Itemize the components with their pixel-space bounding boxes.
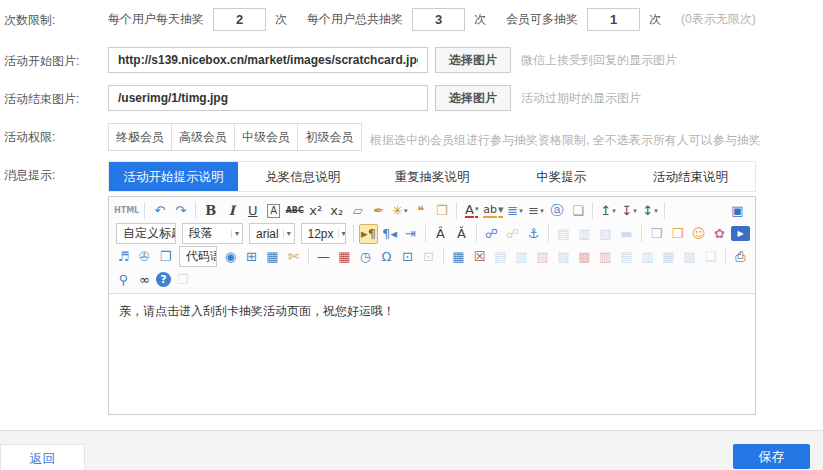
baidu-map-icon[interactable]: ⊡ xyxy=(398,247,417,267)
superscript-icon[interactable]: x² xyxy=(306,201,325,221)
font-family-select[interactable]: arial▾ xyxy=(249,223,295,244)
back-button[interactable]: 返回 xyxy=(0,444,85,470)
tab-activity-start-tip[interactable]: 活动开始提示说明 xyxy=(109,162,238,191)
scrawl-icon[interactable]: ✿ xyxy=(710,224,729,244)
image-align-none-icon[interactable]: ▬ xyxy=(617,224,636,244)
fullscreen-icon[interactable]: ▣ xyxy=(728,201,747,221)
member-option-intermediate[interactable]: 中级会员 xyxy=(235,124,298,150)
insert-col-icon[interactable]: ▨ xyxy=(554,247,573,267)
member-option-junior[interactable]: 初级会员 xyxy=(298,124,361,150)
insert-table-icon[interactable]: ▦ xyxy=(449,247,468,267)
blockquote-icon[interactable]: ❝ xyxy=(411,201,430,221)
redo-icon[interactable]: ↷ xyxy=(171,201,190,221)
save-button[interactable]: 保存 xyxy=(733,444,810,469)
delete-col-icon[interactable]: ▥ xyxy=(596,247,615,267)
start-image-pick-button[interactable]: 选择图片 xyxy=(435,47,511,73)
screenshot-icon[interactable]: ✄ xyxy=(284,247,303,267)
unordered-list-icon[interactable]: ≡▾ xyxy=(526,201,545,221)
insert-image-icon[interactable]: ❒ xyxy=(668,224,687,244)
merge-down-icon[interactable]: ▧ xyxy=(680,247,699,267)
insert-row-icon[interactable]: ▧ xyxy=(533,247,552,267)
font-color-icon[interactable]: A▾ xyxy=(462,201,481,221)
paragraph-select[interactable]: 段落▾ xyxy=(182,223,243,244)
member-extra-draws-input[interactable] xyxy=(587,8,640,31)
auto-typeset-icon[interactable]: ✳▾ xyxy=(390,201,409,221)
start-image-input[interactable] xyxy=(108,47,428,73)
italic-icon[interactable]: I xyxy=(222,201,241,221)
insert-time-icon[interactable]: ◷ xyxy=(356,247,375,267)
emotion-icon[interactable]: ☺ xyxy=(689,224,708,244)
split-cell-rows-icon[interactable]: ▤ xyxy=(617,247,636,267)
subscript-icon[interactable]: x₂ xyxy=(327,201,346,221)
member-option-senior[interactable]: 高级会员 xyxy=(172,124,235,150)
delete-row-icon[interactable]: ▩ xyxy=(575,247,594,267)
remove-format-icon[interactable]: ▱ xyxy=(348,201,367,221)
merge-cells-icon[interactable]: ▥ xyxy=(512,247,531,267)
module-layout-icon[interactable]: ▦ xyxy=(263,247,282,267)
preview-icon[interactable]: ⚲ xyxy=(114,270,133,290)
char-spacing-increase-icon[interactable]: Â xyxy=(431,224,450,244)
image-align-left-icon[interactable]: ▤ xyxy=(554,224,573,244)
paragraph-space-top-icon[interactable]: ↥▾ xyxy=(598,201,617,221)
html-source-icon[interactable]: HTML xyxy=(114,201,139,221)
highlight-color-icon[interactable]: ab▾ xyxy=(483,201,503,221)
font-size-select[interactable]: 12px▾ xyxy=(301,223,347,244)
insert-date-icon[interactable]: ▦ xyxy=(335,247,354,267)
permission-row: 活动权限: 终极会员 高级会员 中级会员 初级会员 根据选中的会员组进行参与抽奖… xyxy=(4,123,823,151)
tab-activity-end[interactable]: 活动结束说明 xyxy=(626,162,755,191)
insert-code-icon[interactable]: ◉ xyxy=(221,247,240,267)
image-align-center-icon[interactable]: ▥ xyxy=(575,224,594,244)
print-icon[interactable]: ⎙ xyxy=(731,247,750,267)
undo-icon[interactable]: ↶ xyxy=(150,201,169,221)
search-replace-icon[interactable]: ∞ xyxy=(135,270,154,290)
underline-icon[interactable]: U xyxy=(243,201,262,221)
direction-rtl-icon[interactable]: ¶◂ xyxy=(380,224,399,244)
unordered-list-glyph: ≡ xyxy=(528,202,539,220)
editor-content[interactable]: 亲，请点击进入刮刮卡抽奖活动页面，祝您好运哦！ xyxy=(109,294,755,414)
end-image-pick-button[interactable]: 选择图片 xyxy=(435,85,511,111)
unlink-icon[interactable]: ☍ xyxy=(503,224,522,244)
insert-audio-icon[interactable]: ♬ xyxy=(114,247,133,267)
indent-icon[interactable]: ⇥ xyxy=(401,224,420,244)
ordered-list-icon[interactable]: ≣▾ xyxy=(505,201,524,221)
daily-draws-input[interactable] xyxy=(213,8,266,31)
char-spacing-decrease-icon[interactable]: Ǎ xyxy=(452,224,471,244)
tab-win-tip[interactable]: 中奖提示 xyxy=(497,162,626,191)
bold-glyph: B xyxy=(205,202,216,220)
horizontal-rule-icon[interactable]: — xyxy=(314,247,333,267)
paragraph-space-bottom-icon[interactable]: ↧▾ xyxy=(619,201,638,221)
custom-title-select[interactable]: 自定义标题▾ xyxy=(116,223,176,244)
image-align-right-icon[interactable]: ▧ xyxy=(596,224,615,244)
paste-icon[interactable]: ❐ xyxy=(173,270,192,290)
inline-anchor-icon[interactable]: ⓐ xyxy=(547,201,566,221)
tab-redeem-info[interactable]: 兑奖信息说明 xyxy=(238,162,367,191)
insert-video-icon[interactable]: ▶ xyxy=(731,226,750,241)
strikethrough-icon[interactable]: ABC xyxy=(285,201,304,221)
link-icon[interactable]: ☍ xyxy=(482,224,501,244)
table-caption-icon[interactable]: ▤ xyxy=(491,247,510,267)
image-placeholder-icon[interactable]: ❒ xyxy=(647,224,666,244)
member-option-ultimate[interactable]: 终极会员 xyxy=(109,124,172,150)
page-break-icon[interactable]: ❏ xyxy=(701,247,720,267)
paste-plain-icon[interactable]: ❐ xyxy=(432,201,451,221)
anchor-icon[interactable]: ⚓ xyxy=(524,224,543,244)
split-cell-cols-icon[interactable]: ▥ xyxy=(638,247,657,267)
delete-table-icon[interactable]: ☒ xyxy=(470,247,489,267)
bordered-text-icon[interactable]: A xyxy=(264,201,283,221)
help-icon[interactable]: ? xyxy=(156,272,171,287)
end-image-input[interactable] xyxy=(108,85,428,111)
blank-doc-icon[interactable]: ❏ xyxy=(568,201,587,221)
code-language-select[interactable]: 代码语言▾ xyxy=(179,246,217,267)
bold-icon[interactable]: B xyxy=(201,201,220,221)
attachment-icon[interactable]: ✇ xyxy=(135,247,154,267)
format-painter-icon[interactable]: ✒ xyxy=(369,201,388,221)
merge-right-icon[interactable]: ▦ xyxy=(659,247,678,267)
line-height-icon[interactable]: ↕▾ xyxy=(640,201,659,221)
direction-ltr-icon[interactable]: ▸¶ xyxy=(359,224,378,244)
flowchart-icon[interactable]: ⊞ xyxy=(242,247,261,267)
tab-repeat-draw[interactable]: 重复抽奖说明 xyxy=(367,162,496,191)
google-map-icon[interactable]: ⊡ xyxy=(419,247,438,267)
special-char-icon[interactable]: Ω xyxy=(377,247,396,267)
total-draws-input[interactable] xyxy=(412,8,465,31)
insert-frame-icon[interactable]: ❐ xyxy=(156,247,175,267)
